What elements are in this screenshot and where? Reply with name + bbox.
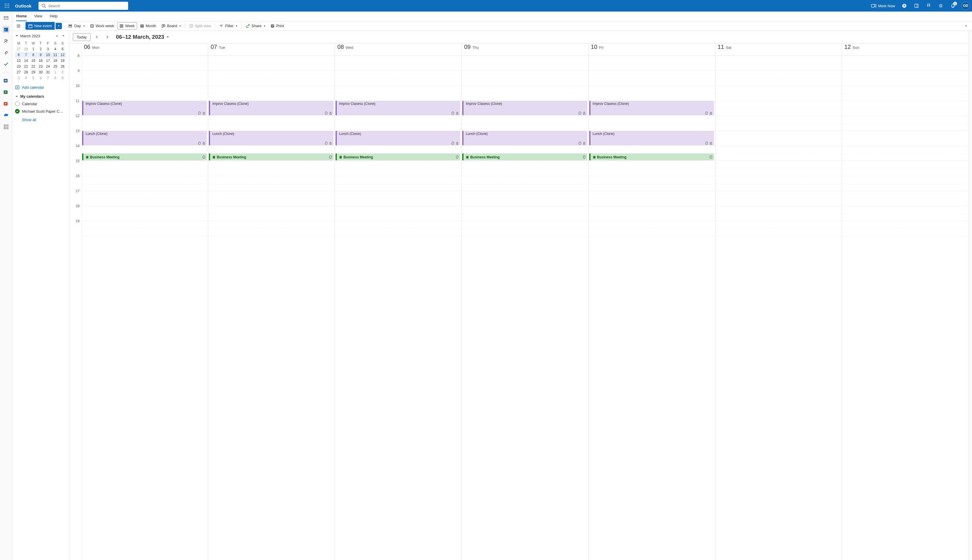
time-slot[interactable] <box>715 176 842 191</box>
time-slot[interactable] <box>715 206 842 221</box>
calendar-event[interactable]: Lunch (Clone) <box>336 131 460 145</box>
day-header[interactable]: 11Sat <box>715 43 842 56</box>
time-slot[interactable] <box>842 221 969 236</box>
time-slot[interactable] <box>208 191 335 206</box>
new-event-button[interactable]: New event <box>25 22 55 30</box>
day-header[interactable]: 10Fri <box>589 43 715 56</box>
day-header[interactable]: 09Thu <box>462 43 588 56</box>
time-slot[interactable] <box>82 191 208 206</box>
day-button[interactable] <box>923 1 934 11</box>
print-button[interactable]: Print <box>268 22 286 30</box>
rail-more[interactable] <box>3 123 10 130</box>
minical-day[interactable]: 6 <box>37 75 44 81</box>
time-slot[interactable] <box>715 131 842 146</box>
time-slot[interactable] <box>82 206 208 221</box>
time-slot[interactable] <box>462 86 588 101</box>
search-box[interactable] <box>38 2 128 10</box>
calendar-event[interactable]: Business Meeting <box>462 153 587 160</box>
next-week-button[interactable] <box>103 33 111 41</box>
time-slot[interactable] <box>462 206 588 221</box>
time-slot[interactable] <box>462 56 588 71</box>
minical-day[interactable]: 28 <box>22 46 30 52</box>
calendar-event[interactable]: Improv Clasess (Clone) <box>462 101 587 115</box>
time-slot[interactable] <box>335 221 462 236</box>
rail-files[interactable] <box>3 49 10 56</box>
rail-onedrive[interactable] <box>3 112 10 119</box>
minical-day[interactable]: 8 <box>30 52 37 58</box>
time-slot[interactable] <box>589 206 715 221</box>
notifications-button[interactable]: 1 <box>948 1 958 11</box>
minical-day[interactable]: 13 <box>15 58 22 63</box>
time-slot[interactable] <box>335 56 462 71</box>
calendar-event[interactable]: Improv Clasess (Clone) <box>82 101 207 115</box>
minical-day[interactable]: 21 <box>22 63 30 69</box>
time-slot[interactable] <box>335 116 462 131</box>
minical-day[interactable]: 22 <box>30 63 37 69</box>
time-slot[interactable] <box>715 116 842 131</box>
calendar-event[interactable]: Improv Clasess (Clone) <box>209 101 333 115</box>
time-slot[interactable] <box>208 116 335 131</box>
time-slot[interactable] <box>842 176 969 191</box>
time-slot[interactable] <box>82 176 208 191</box>
time-slot[interactable] <box>208 71 335 86</box>
day-header[interactable]: 06Mon <box>82 43 208 56</box>
time-slot[interactable] <box>842 191 969 206</box>
new-event-dropdown[interactable] <box>55 23 62 29</box>
time-slot[interactable] <box>462 161 588 176</box>
time-slot[interactable] <box>715 86 842 101</box>
date-range-label[interactable]: 06–12 March, 2023 <box>116 34 169 40</box>
calendar-checkbox[interactable] <box>15 109 20 113</box>
time-slot[interactable] <box>715 56 842 71</box>
time-slot[interactable] <box>335 86 462 101</box>
time-slot[interactable] <box>208 206 335 221</box>
minical-day[interactable]: 5 <box>59 46 66 52</box>
time-slot[interactable] <box>842 71 969 86</box>
time-slot[interactable] <box>208 221 335 236</box>
time-slot[interactable] <box>335 191 462 206</box>
minical-day[interactable]: 4 <box>52 46 59 52</box>
prev-week-button[interactable] <box>93 33 101 41</box>
rail-excel[interactable]: X <box>3 89 10 96</box>
time-slot[interactable] <box>82 161 208 176</box>
calendar-event[interactable]: Improv Clasess (Clone) <box>336 101 460 115</box>
calendar-event[interactable]: Business Meeting <box>336 153 460 160</box>
minical-day[interactable]: 6 <box>15 52 22 58</box>
time-slot[interactable] <box>589 116 715 131</box>
filter-button[interactable]: Filter▾ <box>217 22 239 30</box>
time-slot[interactable] <box>208 86 335 101</box>
minical-day[interactable]: 29 <box>30 69 37 75</box>
rail-todo[interactable] <box>3 61 10 68</box>
rail-calendar[interactable] <box>3 26 10 33</box>
minical-day[interactable]: 11 <box>52 52 59 58</box>
minical-day[interactable]: 2 <box>37 46 44 52</box>
minical-next[interactable] <box>60 33 66 39</box>
settings-button[interactable] <box>935 1 946 11</box>
time-slot[interactable] <box>589 86 715 101</box>
minical-day[interactable]: 23 <box>37 63 44 69</box>
time-slot[interactable] <box>208 176 335 191</box>
minical-day[interactable]: 10 <box>44 52 52 58</box>
calendar-event[interactable]: Improv Clasess (Clone) <box>589 101 714 115</box>
time-slot[interactable] <box>715 161 842 176</box>
minical-day[interactable]: 1 <box>52 69 59 75</box>
time-slot[interactable] <box>208 56 335 71</box>
minical-prev[interactable] <box>54 33 60 39</box>
calendar-item[interactable]: Calendar <box>15 102 66 106</box>
view-day[interactable]: Day▾ <box>66 22 87 30</box>
toolbar-more[interactable] <box>962 22 970 30</box>
app-launcher-button[interactable] <box>2 1 12 10</box>
minical-day[interactable]: 5 <box>30 75 37 81</box>
minical-day[interactable]: 4 <box>22 75 30 81</box>
view-week[interactable]: Week <box>117 22 137 30</box>
calendar-event[interactable]: Business Meeting <box>589 153 714 160</box>
tab-home[interactable]: Home <box>16 12 27 21</box>
time-slot[interactable] <box>462 191 588 206</box>
user-avatar[interactable]: OD <box>962 2 970 10</box>
time-slot[interactable] <box>335 71 462 86</box>
minical-day[interactable]: 7 <box>44 75 52 81</box>
meet-now-button[interactable]: Meet Now <box>869 4 897 8</box>
search-input[interactable] <box>48 4 125 8</box>
calendar-event[interactable]: Lunch (Clone) <box>82 131 207 145</box>
tab-view[interactable]: View <box>34 12 42 21</box>
minical-day[interactable]: 16 <box>37 58 44 63</box>
